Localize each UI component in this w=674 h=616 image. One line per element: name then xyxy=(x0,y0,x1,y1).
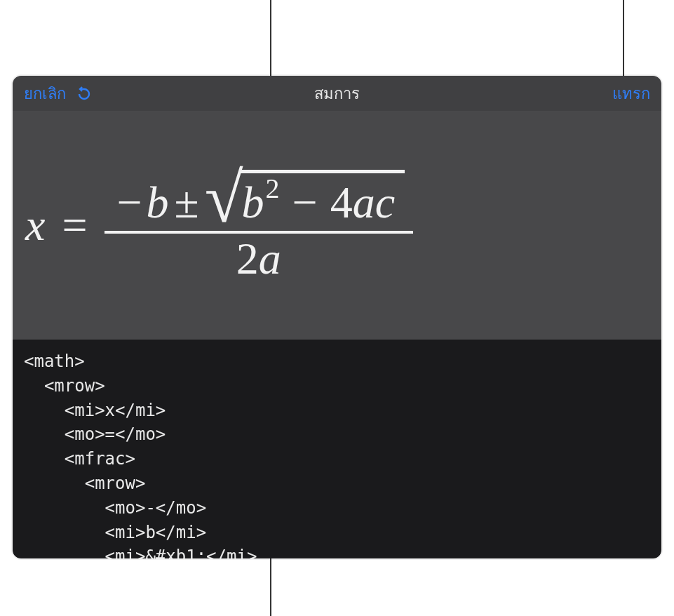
callout-line-top-insert xyxy=(623,0,624,77)
eq-denominator: 2a xyxy=(236,234,281,281)
eq-rad-minus: − xyxy=(292,180,318,225)
rendered-equation: x = − b ± √ b 2 − 4 a c xyxy=(25,170,413,281)
dialog-header: ยกเลิก สมการ แทรก xyxy=(13,76,661,111)
eq-num-b: b xyxy=(147,180,169,225)
eq-rad-sup2: 2 xyxy=(266,175,280,203)
eq-rad-c: c xyxy=(375,180,395,225)
eq-var-x: x xyxy=(25,203,45,248)
equation-preview: x = − b ± √ b 2 − 4 a c xyxy=(13,111,661,340)
equation-dialog: ยกเลิก สมการ แทรก x = − b ± √ xyxy=(13,76,661,558)
eq-radicand: b 2 − 4 a c xyxy=(239,170,405,225)
header-left-group: ยกเลิก xyxy=(24,81,93,106)
eq-den-a: a xyxy=(259,234,281,283)
eq-plus-minus: ± xyxy=(175,180,199,225)
eq-neg-sign: − xyxy=(117,180,142,225)
insert-button[interactable]: แทรก xyxy=(612,81,650,106)
eq-numerator: − b ± √ b 2 − 4 a c xyxy=(105,170,414,234)
undo-icon[interactable] xyxy=(76,85,93,102)
eq-rad-a: a xyxy=(353,180,375,225)
dialog-title: สมการ xyxy=(314,81,360,106)
eq-sqrt: √ b 2 − 4 a c xyxy=(205,170,405,225)
mathml-code-input[interactable]: <math> <mrow> <mi>x</mi> <mo>=</mo> <mfr… xyxy=(13,340,661,558)
radical-sign-icon: √ xyxy=(205,177,243,232)
eq-fraction: − b ± √ b 2 − 4 a c xyxy=(105,170,414,281)
cancel-button[interactable]: ยกเลิก xyxy=(24,81,66,106)
eq-equals: = xyxy=(62,203,87,248)
eq-rad-b: b xyxy=(242,180,264,225)
callout-line-bottom-code xyxy=(270,558,271,616)
eq-rad-4: 4 xyxy=(330,180,353,225)
eq-den-2: 2 xyxy=(236,234,259,283)
